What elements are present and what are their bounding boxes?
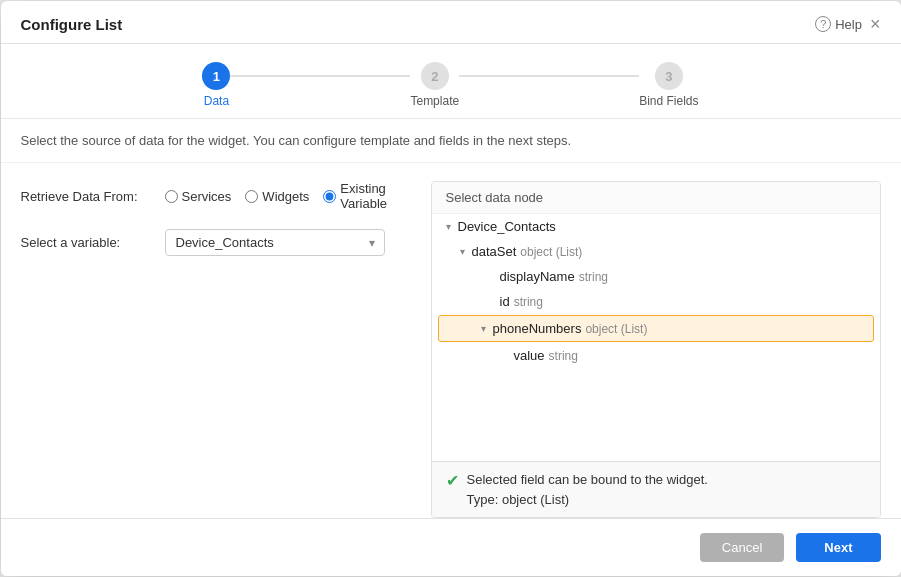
type-value: string (549, 349, 578, 363)
step-circle-2: 2 (421, 62, 449, 90)
label-device-contacts: Device_Contacts (458, 219, 556, 234)
step-bind-fields: 3 Bind Fields (639, 62, 698, 108)
tree-row-id[interactable]: id string (432, 289, 880, 314)
radio-services[interactable]: Services (165, 189, 232, 204)
existing-variable-label[interactable]: Existing Variable (340, 181, 410, 211)
instruction-text: Select the source of data for the widget… (1, 119, 901, 163)
radio-existing-variable[interactable]: Existing Variable (323, 181, 410, 211)
next-button[interactable]: Next (796, 533, 880, 562)
status-text: Selected field can be bound to the widge… (467, 470, 708, 509)
type-phonenumbers: object (List) (585, 322, 647, 336)
toggle-phonenumbers: ▾ (477, 323, 491, 334)
cancel-button[interactable]: Cancel (700, 533, 784, 562)
status-bar: ✔ Selected field can be bound to the wid… (432, 461, 880, 517)
close-button[interactable]: × (870, 15, 881, 33)
label-dataset: dataSet (472, 244, 517, 259)
step-data: 1 Data (202, 62, 230, 108)
tree-row-dataset[interactable]: ▾ dataSet object (List) (432, 239, 880, 264)
step-line-2 (459, 75, 639, 77)
toggle-device-contacts: ▾ (442, 221, 456, 232)
tree-row-device-contacts[interactable]: ▾ Device_Contacts (432, 214, 880, 239)
dialog-header: Configure List ? Help × (1, 1, 901, 44)
services-radio[interactable] (165, 190, 178, 203)
data-node-header: Select data node (432, 182, 880, 214)
data-node-panel: Select data node ▾ Device_Contacts ▾ (431, 181, 881, 518)
tree-row-phonenumbers[interactable]: ▾ phoneNumbers object (List) (438, 315, 874, 342)
dialog-footer: Cancel Next (1, 518, 901, 576)
step-label-bind: Bind Fields (639, 94, 698, 108)
select-variable-row: Select a variable: Device_Contacts (21, 229, 411, 256)
step-label-data: Data (204, 94, 229, 108)
check-icon: ✔ (446, 471, 459, 490)
services-label[interactable]: Services (182, 189, 232, 204)
step-template: 2 Template (410, 62, 459, 108)
type-id: string (514, 295, 543, 309)
variable-label: Select a variable: (21, 235, 151, 250)
retrieve-label: Retrieve Data From: (21, 189, 151, 204)
configure-list-dialog: Configure List ? Help × 1 Data 2 Templat… (1, 1, 901, 576)
help-icon: ? (815, 16, 831, 32)
tree-row-displayname[interactable]: displayName string (432, 264, 880, 289)
label-id: id (500, 294, 510, 309)
variable-select-wrapper: Device_Contacts (165, 229, 385, 256)
label-value: value (514, 348, 545, 363)
step-circle-3: 3 (655, 62, 683, 90)
step-circle-1: 1 (202, 62, 230, 90)
radio-widgets[interactable]: Widgets (245, 189, 309, 204)
step-label-template: Template (410, 94, 459, 108)
status-line2: Type: object (List) (467, 490, 708, 510)
type-dataset: object (List) (520, 245, 582, 259)
existing-variable-radio[interactable] (323, 190, 336, 203)
retrieve-data-row: Retrieve Data From: Services Widgets (21, 181, 411, 211)
main-content: Retrieve Data From: Services Widgets (21, 181, 881, 518)
widgets-label[interactable]: Widgets (262, 189, 309, 204)
right-panel: Select data node ▾ Device_Contacts ▾ (431, 181, 881, 518)
tree-row-value[interactable]: value string (432, 343, 880, 368)
radio-group: Services Widgets Existing Variable (165, 181, 411, 211)
status-line1: Selected field can be bound to the widge… (467, 470, 708, 490)
type-displayname: string (579, 270, 608, 284)
label-displayname: displayName (500, 269, 575, 284)
dialog-title: Configure List (21, 16, 123, 33)
tree-area: ▾ Device_Contacts ▾ dataSet object (List… (432, 214, 880, 461)
toggle-dataset: ▾ (456, 246, 470, 257)
help-button[interactable]: ? Help (815, 16, 862, 32)
stepper: 1 Data 2 Template 3 Bind Fields (1, 44, 901, 119)
widgets-radio[interactable] (245, 190, 258, 203)
left-panel: Retrieve Data From: Services Widgets (21, 181, 411, 518)
help-label: Help (835, 17, 862, 32)
dialog-body: Retrieve Data From: Services Widgets (1, 163, 901, 518)
step-line-1 (230, 75, 410, 77)
variable-select[interactable]: Device_Contacts (165, 229, 385, 256)
header-right: ? Help × (815, 15, 880, 33)
label-phonenumbers: phoneNumbers (493, 321, 582, 336)
